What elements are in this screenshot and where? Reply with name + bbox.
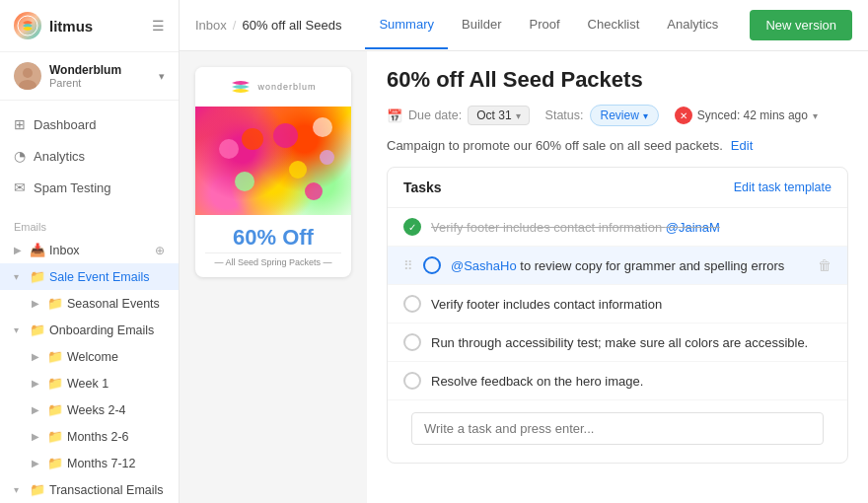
menu-icon[interactable]: ☰ [152, 18, 165, 34]
task-delete-icon[interactable]: 🗑 [818, 257, 832, 273]
sidebar-item-analytics[interactable]: ◔ Analytics [0, 140, 179, 172]
inbox-add-icon[interactable]: ⊕ [155, 244, 165, 257]
edit-task-template-link[interactable]: Edit task template [734, 180, 832, 194]
tab-proof[interactable]: Proof [515, 1, 573, 49]
folder-icon: 📁 [47, 349, 63, 364]
email-title: 60% off All Seed Packets [387, 67, 848, 93]
sidebar-item-label-dashboard: Dashboard [34, 117, 97, 132]
preview-logo-area: wonderblum [195, 67, 351, 107]
sidebar-item-sale-event-emails[interactable]: ▾ 📁 Sale Event Emails [0, 263, 179, 290]
chevron-icon: ▶ [32, 404, 43, 415]
main-area: Inbox / 60% off all Seeds Summary Builde… [180, 0, 868, 503]
sidebar-item-inbox[interactable]: ▶ 📥 Inbox ⊕ [0, 237, 179, 263]
date-chevron-icon: ▾ [516, 110, 521, 121]
sidebar-item-week-1[interactable]: ▶ 📁 Week 1 [0, 370, 179, 396]
preview-cta-percent: 60% Off [205, 225, 341, 251]
emails-section: Emails ▶ 📥 Inbox ⊕ ▾ 📁 Sale Event Emails… [0, 211, 179, 503]
task-checkbox-1[interactable]: ✓ [403, 218, 421, 236]
user-name: Wonderblum [49, 63, 121, 77]
new-version-button[interactable]: New version [750, 10, 852, 40]
description-row: Campaign to promote our 60% off sale on … [387, 138, 848, 153]
email-preview-panel: wonderblum 60% Off — All Seed Spri [180, 51, 367, 503]
chevron-icon: ▶ [32, 431, 43, 442]
logo-area: litmus [14, 12, 93, 39]
analytics-icon: ◔ [14, 148, 26, 164]
sidebar-item-transactional-emails[interactable]: ▾ 📁 Transactional Emails [0, 476, 179, 503]
status-badge[interactable]: Review ▾ [590, 105, 659, 126]
breadcrumb-parent[interactable]: Inbox [195, 18, 227, 33]
sidebar-header: litmus ☰ [0, 0, 179, 52]
sidebar-item-onboarding-emails[interactable]: ▾ 📁 Onboarding Emails [0, 317, 179, 343]
user-info: Wonderblum Parent [14, 62, 121, 90]
task-input[interactable] [411, 412, 824, 445]
breadcrumb-current: 60% off all Seeds [242, 18, 341, 33]
weeks24-label: Weeks 2-4 [67, 403, 165, 417]
task-text-1: Verify footer includes contact informati… [431, 220, 832, 235]
breadcrumb-separator: / [233, 18, 237, 33]
nav-items: ⊞ Dashboard ◔ Analytics ✉ Spam Testing [0, 101, 179, 211]
task-item: Resolve feedback on the hero image. [388, 362, 847, 400]
task-mention-1: @JainaM [666, 220, 720, 235]
task-checkbox-4[interactable] [403, 333, 421, 351]
due-date-badge[interactable]: Oct 31 ▾ [468, 106, 529, 125]
task-checkbox-3[interactable] [403, 295, 421, 313]
topbar: Inbox / 60% off all Seeds Summary Builde… [180, 0, 868, 51]
user-details: Wonderblum Parent [49, 63, 121, 89]
preview-card: wonderblum 60% Off — All Seed Spri [195, 67, 351, 277]
app-name: litmus [49, 18, 93, 35]
svg-point-2 [23, 68, 33, 78]
tasks-card: Tasks Edit task template ✓ Verify footer… [387, 167, 848, 464]
status-value: Review [601, 108, 639, 122]
synced-label: Synced: 42 mins ago [697, 108, 808, 122]
user-menu-chevron[interactable]: ▾ [159, 70, 165, 83]
folder-icon: 📁 [47, 456, 63, 470]
task-text-2: @SashaHo to review copy for grammer and … [451, 258, 808, 273]
task-input-area [388, 400, 847, 463]
sidebar-item-label-analytics: Analytics [34, 149, 85, 164]
months712-label: Months 7-12 [67, 457, 165, 470]
tab-checklist[interactable]: Checklist [574, 1, 654, 49]
chevron-icon: ▾ [14, 484, 26, 495]
calendar-icon: 📅 [387, 108, 402, 123]
logo-icon [14, 12, 41, 39]
details-panel: 60% off All Seed Packets 📅 Due date: Oct… [367, 51, 868, 503]
tab-summary[interactable]: Summary [365, 1, 448, 49]
sidebar-item-dashboard[interactable]: ⊞ Dashboard [0, 108, 179, 140]
months26-label: Months 2-6 [67, 430, 165, 444]
preview-logo-svg [230, 79, 252, 95]
sidebar-item-months-2-6[interactable]: ▶ 📁 Months 2-6 [0, 423, 179, 450]
status-item: Status: Review ▾ [545, 105, 659, 126]
folder-icon: 📁 [47, 402, 63, 417]
welcome-label: Welcome [67, 350, 165, 364]
avatar [14, 62, 41, 90]
task-text-5: Resolve feedback on the hero image. [431, 374, 832, 389]
tab-builder[interactable]: Builder [448, 1, 515, 49]
sidebar-item-spam-testing[interactable]: ✉ Spam Testing [0, 172, 179, 203]
user-section[interactable]: Wonderblum Parent ▾ [0, 52, 179, 101]
tab-analytics[interactable]: Analytics [653, 1, 732, 49]
drag-handle-icon[interactable]: ⠿ [403, 258, 413, 273]
spam-testing-icon: ✉ [14, 180, 26, 195]
week1-label: Week 1 [67, 377, 165, 391]
inbox-label: Inbox [49, 244, 155, 257]
tabs: Summary Builder Proof Checklist Analytic… [365, 1, 738, 49]
sidebar-item-seasonal-events[interactable]: ▶ 📁 Seasonal Events [0, 290, 179, 317]
folder-icon: 📁 [47, 429, 63, 444]
sidebar-item-welcome[interactable]: ▶ 📁 Welcome [0, 343, 179, 370]
edit-link[interactable]: Edit [731, 138, 753, 153]
synced-badge[interactable]: ✕ Synced: 42 mins ago ▾ [675, 107, 818, 124]
task-item-selected[interactable]: ⠿ @SashaHo to review copy for grammer an… [388, 247, 847, 285]
email-description: Campaign to promote our 60% off sale on … [387, 138, 723, 153]
sidebar-item-weeks-2-4[interactable]: ▶ 📁 Weeks 2-4 [0, 396, 179, 423]
task-text-4: Run through accessibility test; make sur… [431, 335, 832, 350]
seasonal-events-label: Seasonal Events [67, 297, 165, 311]
task-checkbox-2[interactable] [423, 256, 441, 274]
task-checkbox-5[interactable] [403, 372, 421, 390]
chevron-icon: ▶ [32, 298, 43, 309]
preview-cta-sub: — All Seed Spring Packets — [205, 252, 341, 267]
content: wonderblum 60% Off — All Seed Spri [180, 51, 868, 503]
task-mention-2: @SashaHo [451, 258, 517, 273]
task-item: ✓ Verify footer includes contact informa… [388, 208, 847, 247]
emails-label: Emails [0, 217, 179, 237]
sidebar-item-months-7-12[interactable]: ▶ 📁 Months 7-12 [0, 450, 179, 476]
